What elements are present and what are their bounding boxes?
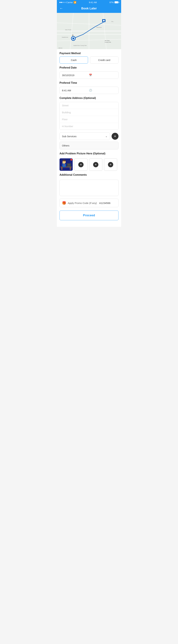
plus-icon: + — [114, 134, 116, 138]
add-picture-slot-3[interactable]: + — [104, 158, 117, 171]
comments-textarea[interactable] — [62, 182, 116, 193]
address-label: Complete Address (Optional) — [59, 94, 119, 101]
svg-line-32 — [63, 162, 63, 163]
building-field[interactable] — [60, 109, 118, 116]
svg-text:Van Saun: Van Saun — [105, 40, 110, 41]
payment-method-group: Cash Credit card — [59, 56, 119, 64]
pictures-row: ! + + + — [59, 158, 119, 171]
map-view: Glen Rock Paramus Hawthorne Van Saun Cou… — [57, 13, 121, 49]
svg-text:Glen Rock: Glen Rock — [65, 29, 71, 30]
status-left: Carrier 📶 — [59, 1, 76, 4]
date-picker-row[interactable]: 30/10/2019 📅 — [59, 72, 119, 79]
carrier-label: Carrier — [66, 1, 73, 4]
add-picture-icon-1: + — [78, 162, 84, 167]
hnumber-field[interactable] — [60, 123, 118, 130]
floor-input[interactable] — [62, 118, 116, 121]
comments-box[interactable] — [59, 180, 119, 196]
sub-services-dropdown[interactable]: Sub Services ⌄ — [59, 132, 110, 140]
svg-text:Paramus: Paramus — [96, 26, 102, 28]
problem-image-thumb[interactable]: ! — [59, 158, 73, 171]
back-button[interactable]: ← — [59, 6, 63, 10]
svg-text:⚙: ⚙ — [72, 34, 74, 36]
sub-services-label: Sub Services — [62, 135, 76, 138]
add-sub-service-button[interactable]: + — [112, 133, 119, 140]
battery-icon — [115, 1, 119, 3]
add-picture-slot-1[interactable]: + — [74, 158, 88, 171]
svg-point-31 — [62, 160, 66, 161]
floor-field[interactable] — [60, 116, 118, 123]
promo-code: A1234566 — [99, 202, 110, 204]
main-content: Payment Method Cash Credit card Prefered… — [57, 49, 121, 227]
calendar-icon: 📅 — [89, 74, 116, 76]
svg-text:County Park: County Park — [105, 42, 111, 43]
battery-percent: 97% — [109, 1, 114, 4]
svg-point-22 — [103, 20, 105, 22]
svg-point-35 — [70, 159, 72, 161]
dot-3 — [63, 2, 64, 3]
address-box — [59, 102, 119, 130]
wifi-icon: 📶 — [73, 1, 76, 4]
svg-text:Ora...: Ora... — [111, 21, 114, 22]
promo-icon: 🎁 — [62, 201, 66, 205]
payment-cash-button[interactable]: Cash — [59, 56, 88, 64]
clock-icon: 🕐 — [89, 89, 116, 92]
payment-creditcard-button[interactable]: Credit card — [90, 56, 119, 64]
svg-text:Hawthorne: Hawthorne — [62, 36, 68, 38]
signal-dots — [59, 2, 66, 3]
chevron-down-icon: ⌄ — [105, 135, 107, 138]
preferred-date-label: Prefered Date — [59, 64, 119, 71]
status-right: 97% — [109, 1, 119, 4]
payment-method-label: Payment Method — [59, 49, 119, 56]
add-picture-icon-3: + — [108, 162, 113, 167]
svg-text:aterson: aterson — [58, 48, 62, 48]
others-box: Others — [59, 142, 119, 150]
time-value: 8:41 AM — [62, 89, 89, 92]
date-value: 30/10/2019 — [62, 74, 89, 76]
proceed-button[interactable]: Proceed — [59, 210, 119, 220]
svg-rect-28 — [68, 166, 70, 167]
preferred-time-label: Prefered Time — [59, 79, 119, 86]
svg-text:!: ! — [69, 164, 69, 166]
building-input[interactable] — [62, 111, 116, 114]
svg-rect-24 — [60, 166, 72, 168]
time-label: 9:41 AM — [89, 1, 97, 4]
dot-1 — [59, 2, 61, 3]
add-picture-slot-2[interactable]: + — [89, 158, 102, 171]
street-input[interactable] — [62, 104, 116, 107]
svg-text:Saddle River County Park: Saddle River County Park — [73, 45, 87, 46]
add-picture-icon-2: + — [93, 162, 98, 167]
hnumber-input[interactable] — [62, 125, 116, 128]
problem-picture-label: Add Problem Picture Here (Optional) — [59, 150, 119, 157]
others-label: Others — [62, 144, 69, 147]
street-field[interactable] — [60, 102, 118, 109]
promo-row[interactable]: 🎁 Apply Promo Code (If any) A1234566 — [59, 199, 119, 207]
svg-rect-26 — [70, 168, 71, 170]
time-picker-row[interactable]: 8:41 AM 🕐 — [59, 87, 119, 94]
additional-comments-label: Additional Comments — [59, 171, 119, 178]
promo-label: Apply Promo Code (If any) — [68, 202, 97, 204]
header: ← Book Later — [57, 4, 121, 13]
svg-point-18 — [72, 38, 74, 40]
status-bar: Carrier 📶 9:41 AM 97% — [57, 0, 121, 4]
page-title: Book Later — [65, 7, 113, 10]
dot-2 — [61, 2, 62, 3]
sub-services-row: Sub Services ⌄ + — [59, 132, 119, 140]
dot-4 — [64, 2, 66, 3]
svg-rect-25 — [61, 168, 62, 170]
